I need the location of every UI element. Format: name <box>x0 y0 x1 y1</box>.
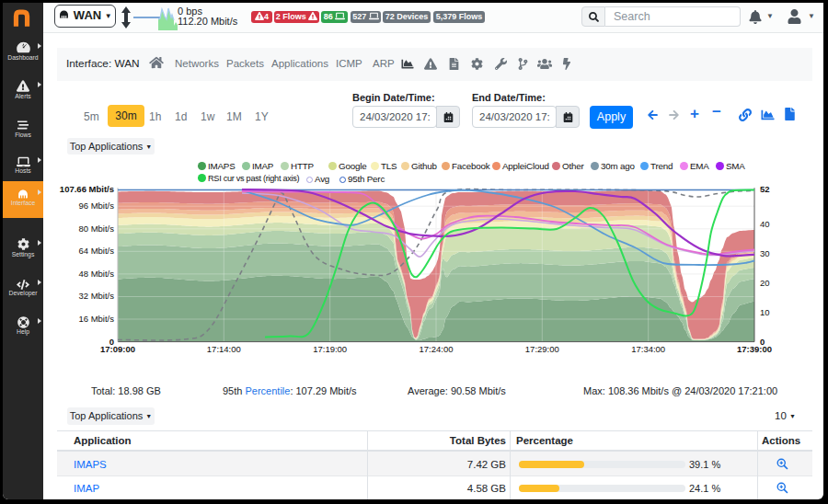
svg-text:32 Mbit/s: 32 Mbit/s <box>78 291 114 301</box>
svg-text:17:19:00: 17:19:00 <box>313 344 347 354</box>
svg-text:20: 20 <box>760 278 770 288</box>
svg-text:0: 0 <box>760 337 765 347</box>
svg-text:17:39:00: 17:39:00 <box>737 344 772 354</box>
svg-text:64 Mbit/s: 64 Mbit/s <box>78 246 114 256</box>
svg-text:17:14:00: 17:14:00 <box>207 344 241 354</box>
svg-text:16 Mbit/s: 16 Mbit/s <box>78 314 114 324</box>
svg-text:17:24:00: 17:24:00 <box>420 344 454 354</box>
svg-text:52: 52 <box>760 184 770 194</box>
svg-text:17:09:00: 17:09:00 <box>100 344 135 354</box>
svg-text:96 Mbit/s: 96 Mbit/s <box>78 200 114 211</box>
svg-text:48 Mbit/s: 48 Mbit/s <box>78 269 114 279</box>
svg-text:17:34:00: 17:34:00 <box>631 344 665 354</box>
svg-text:10: 10 <box>760 307 770 317</box>
svg-text:80 Mbit/s: 80 Mbit/s <box>78 223 114 234</box>
svg-text:40: 40 <box>760 219 770 229</box>
svg-text:107.66 Mbit/s: 107.66 Mbit/s <box>60 184 114 194</box>
svg-text:17:29:00: 17:29:00 <box>525 344 559 354</box>
svg-text:30: 30 <box>760 248 770 258</box>
